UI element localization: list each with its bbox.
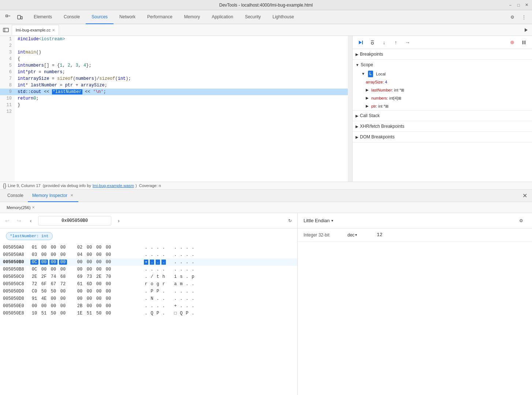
line-num-8: 8: [0, 82, 15, 89]
callstack-header[interactable]: ▶ Call Stack: [353, 111, 532, 121]
prev-address-button[interactable]: ‹: [26, 216, 35, 225]
svg-rect-2: [18, 15, 21, 19]
memory-content: ↩ ↪ ‹ › ↻ *lastNumber: int: [0, 213, 532, 395]
format-value: dec: [347, 232, 354, 238]
endian-select[interactable]: Little Endian ▾: [304, 218, 333, 223]
back-button[interactable]: ↩: [3, 216, 12, 225]
value-format-select[interactable]: dec ▾: [347, 232, 377, 238]
deactivate-breakpoints-button[interactable]: [507, 37, 517, 48]
code-line-6: int *ptr = numbers;: [15, 69, 348, 75]
chars-e0: .... +...: [144, 303, 195, 309]
xhr-triangle: ▶: [356, 124, 358, 128]
code-line-4: {: [15, 56, 348, 62]
run-snippet-button[interactable]: [522, 26, 531, 34]
step-over-button[interactable]: [367, 37, 377, 48]
memory-256-tab[interactable]: Memory(256) ✕: [3, 203, 38, 212]
hex-row-e0: 005050E0 00000000 2B000000 .... +...: [0, 302, 297, 310]
tab-lighthouse[interactable]: Lighthouse: [267, 10, 300, 24]
bytes-e8: 10515000 1E515000: [30, 311, 144, 316]
svg-point-9: [371, 42, 373, 44]
scrollbar[interactable]: [348, 36, 352, 182]
local-scope-item[interactable]: ▼ L Local: [353, 70, 532, 78]
chars-a0: .... ....: [144, 245, 195, 250]
step-into-button[interactable]: ↓: [379, 37, 389, 48]
addr-a8: 005050A8: [3, 252, 30, 257]
tab-security[interactable]: Security: [239, 10, 267, 24]
tab-network[interactable]: Network: [114, 10, 141, 24]
address-input[interactable]: [38, 216, 111, 226]
local-triangle: ▼: [361, 71, 365, 77]
xhr-section: ▶ XHR/fetch Breakpoints: [353, 121, 532, 132]
line-num-5: 5: [0, 62, 15, 69]
forward-button[interactable]: ↪: [15, 216, 23, 225]
close-panel-button[interactable]: ✕: [520, 191, 529, 200]
bytes-b0: 0C000000 00000000: [30, 260, 144, 265]
code-content[interactable]: #include <iostream> int main() { int num…: [15, 36, 348, 182]
settings-icon[interactable]: ⚙: [507, 12, 517, 22]
source-file-tab[interactable]: lmi-bug-example.cc ✕: [12, 25, 59, 35]
line-num-4: 4: [0, 56, 15, 62]
lastnumber-item[interactable]: ▶ lastNumber: int *⊞: [353, 86, 532, 94]
memory-inspector-tab-label: Memory Inspector: [32, 193, 67, 198]
code-line-2: [15, 42, 348, 49]
close-button[interactable]: ✕: [524, 3, 529, 8]
addr-a0: 005050A0: [3, 245, 30, 250]
value-panel-settings-button[interactable]: ⚙: [516, 216, 526, 226]
line-num-1: 1: [0, 36, 15, 42]
tab-elements[interactable]: Elements: [28, 10, 58, 24]
memory-tab-close[interactable]: ✕: [32, 205, 35, 209]
svg-rect-12: [525, 41, 526, 44]
hex-dump-area: ↩ ↪ ‹ › ↻ *lastNumber: int: [0, 213, 298, 395]
wasm-link[interactable]: lmi-bug-example.wasm: [93, 183, 134, 188]
tab-sources[interactable]: Sources: [86, 10, 114, 24]
tab-application[interactable]: Application: [206, 10, 239, 24]
console-tab-label: Console: [7, 193, 23, 198]
hex-row-c8: 005050C8 726F6772 616D0000 rogr am..: [0, 280, 297, 288]
ptr-triangle: ▶: [366, 103, 369, 109]
code-panel: 1 2 3 4 5 6 7 8 9 10 11 12 #include <ios…: [0, 36, 353, 182]
tab-console[interactable]: Console: [58, 10, 86, 24]
tab-performance[interactable]: Performance: [141, 10, 178, 24]
step-out-button[interactable]: ↑: [391, 37, 401, 48]
source-file-close[interactable]: ✕: [52, 28, 55, 32]
svg-rect-0: [6, 15, 8, 17]
line-num-2: 2: [0, 42, 15, 49]
bytes-d0: C0505000 00000000: [30, 289, 144, 294]
dom-section: ▶ DOM Breakpoints: [353, 132, 532, 142]
tab-console-lower[interactable]: Console: [3, 190, 28, 202]
arraysize-value: 4: [385, 80, 387, 84]
debug-panel: ↓ ↑ → ▶ Breakpoints: [353, 36, 532, 182]
breakpoints-header[interactable]: ▶ Breakpoints: [353, 49, 532, 59]
xhr-label: XHR/fetch Breakpoints: [360, 124, 404, 129]
bytes-a0: 01000000 02000000: [30, 245, 144, 250]
refresh-button[interactable]: ↻: [286, 216, 294, 225]
value-panel: Little Endian ▾ ⚙ Integer 32-bit dec ▾ 1…: [298, 213, 532, 395]
next-address-button[interactable]: ›: [114, 216, 123, 225]
addr-b8: 005050B8: [3, 267, 30, 272]
ptr-item[interactable]: ▶ ptr: int *⊞: [353, 102, 532, 110]
device-mode-icon[interactable]: [15, 12, 25, 22]
line-num-11: 11: [0, 102, 15, 108]
memory-tab-bar: Memory(256) ✕: [0, 202, 532, 213]
dom-header[interactable]: ▶ DOM Breakpoints: [353, 132, 532, 142]
addr-e0: 005050E0: [3, 303, 30, 309]
inspect-element-icon[interactable]: [3, 12, 13, 22]
tab-memory-inspector[interactable]: Memory Inspector ✕: [28, 190, 78, 202]
tab-memory[interactable]: Memory: [178, 10, 206, 24]
xhr-header[interactable]: ▶ XHR/fetch Breakpoints: [353, 121, 532, 131]
scope-header[interactable]: ▼ Scope: [353, 60, 532, 70]
resume-button[interactable]: [356, 37, 366, 48]
step-button[interactable]: →: [402, 37, 413, 48]
toggle-sidebar-button[interactable]: [1, 26, 10, 34]
breakpoints-section: ▶ Breakpoints: [353, 49, 532, 60]
numbers-item[interactable]: ▶ numbers: int[4]⊞: [353, 94, 532, 102]
pause-on-exceptions-button[interactable]: [519, 37, 529, 48]
restore-button[interactable]: □: [516, 3, 521, 8]
ptr-icon: ⊞: [385, 103, 388, 109]
memory-inspector-close[interactable]: ✕: [70, 193, 74, 198]
status-text: Line 9, Column 17 (provided via debug in…: [8, 183, 91, 188]
callstack-label: Call Stack: [360, 113, 380, 118]
more-options-icon[interactable]: ⋮: [519, 12, 529, 22]
svg-marker-6: [525, 28, 528, 32]
minimize-button[interactable]: −: [508, 3, 513, 8]
